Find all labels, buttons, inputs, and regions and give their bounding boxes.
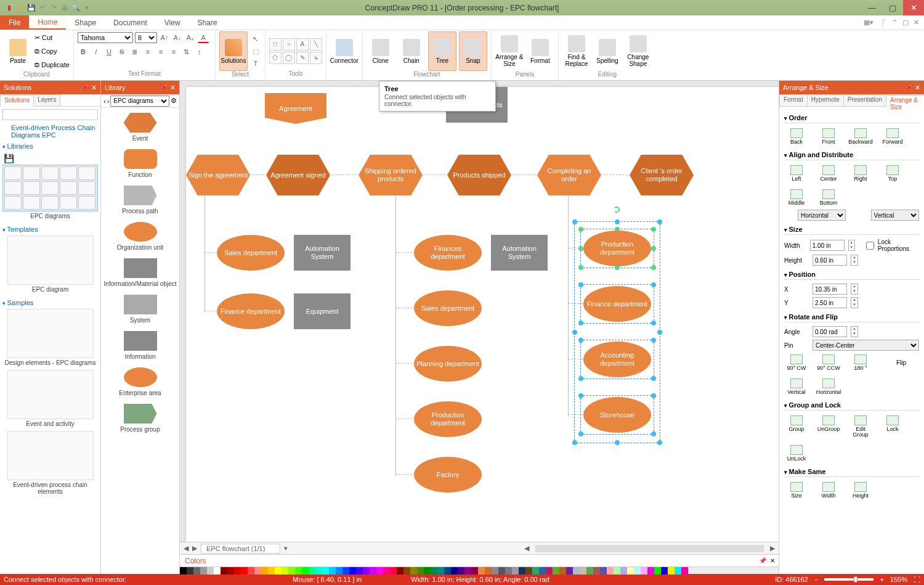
flip-horizontal-button[interactable]: Horizontal xyxy=(816,378,841,395)
node-finances[interactable]: Finances department xyxy=(414,235,482,271)
group-button[interactable]: Group xyxy=(784,415,809,438)
node-equipment[interactable]: Equipment xyxy=(294,293,351,329)
color-swatch[interactable] xyxy=(187,567,193,575)
color-swatch[interactable] xyxy=(539,567,546,575)
rotate-180-button[interactable]: 180 ° xyxy=(848,354,873,371)
grow-font-icon[interactable]: A↑ xyxy=(159,32,170,43)
color-swatch[interactable] xyxy=(580,567,586,575)
paste-button[interactable]: Paste xyxy=(4,31,32,71)
align-top-button[interactable]: Top xyxy=(880,165,905,182)
color-swatch[interactable] xyxy=(370,567,376,575)
solutions-button[interactable]: Solutions xyxy=(219,31,248,71)
lock-proportions-checkbox[interactable] xyxy=(866,242,874,250)
close-panel-icon[interactable]: ✕ xyxy=(170,84,176,92)
tab-layers[interactable]: Layers xyxy=(33,94,60,106)
edit-group-button[interactable]: Edit Group xyxy=(848,415,873,438)
tab-share[interactable]: Share xyxy=(189,15,226,30)
color-swatch[interactable] xyxy=(342,567,349,575)
color-swatch[interactable] xyxy=(620,567,627,575)
color-swatch[interactable] xyxy=(492,567,498,575)
node-auto2[interactable]: Automation System xyxy=(491,235,548,271)
color-swatch[interactable] xyxy=(559,567,566,575)
sample-thumb-3[interactable] xyxy=(7,431,94,480)
color-swatch[interactable] xyxy=(458,567,464,575)
lock-button[interactable]: Lock xyxy=(880,415,905,438)
drawing-canvas[interactable]: Agreement ordered products Sign the agre… xyxy=(180,81,779,542)
node-sign[interactable]: Sign the agreement xyxy=(186,155,250,195)
align-left-button[interactable]: Left xyxy=(784,165,809,182)
height-input[interactable] xyxy=(813,255,847,266)
color-swatch[interactable] xyxy=(403,567,410,575)
section-group[interactable]: Group and Lock xyxy=(784,398,919,411)
order-backward-button[interactable]: Backward xyxy=(848,128,873,145)
node-sel-storehouse[interactable]: Storehouse xyxy=(583,397,651,433)
color-swatch[interactable] xyxy=(221,567,227,575)
find-replace-button[interactable]: Find & Replace xyxy=(562,31,591,71)
angle-spinner[interactable]: ▲▼ xyxy=(851,326,858,337)
color-swatch[interactable] xyxy=(193,567,200,575)
color-swatch[interactable] xyxy=(302,567,309,575)
clear-format-icon[interactable]: Aₓ xyxy=(185,32,196,43)
qat-new-icon[interactable]: ▮ xyxy=(5,4,14,12)
solutions-search[interactable] xyxy=(2,109,98,120)
font-color-icon[interactable]: A xyxy=(198,32,209,43)
stencil-process-group[interactable]: Process group xyxy=(103,401,177,438)
section-samples[interactable]: Samples xyxy=(2,297,98,309)
file-tab[interactable]: File xyxy=(0,15,29,30)
bullets-icon[interactable]: ≣ xyxy=(129,46,140,57)
color-swatch[interactable] xyxy=(471,567,478,575)
make-width-button[interactable]: Width xyxy=(816,482,841,499)
stencil-information[interactable]: Information xyxy=(103,329,177,365)
color-swatch[interactable] xyxy=(329,567,336,575)
page-prev-icon[interactable]: ◀ xyxy=(184,544,188,552)
color-swatch[interactable] xyxy=(498,567,505,575)
fit-icon[interactable]: ⛶ xyxy=(914,576,920,583)
node-sel-accounting[interactable]: Accounting department xyxy=(583,342,651,377)
node-sel-production[interactable]: Production department xyxy=(583,231,651,266)
restore-window-icon[interactable]: ▢ xyxy=(902,18,909,27)
width-input[interactable] xyxy=(810,240,845,251)
node-completing[interactable]: Completing an order xyxy=(537,155,601,195)
chain-button[interactable]: Chain xyxy=(397,31,426,71)
color-swatch[interactable] xyxy=(600,567,607,575)
color-swatch[interactable] xyxy=(275,567,282,575)
make-size-button[interactable]: Size xyxy=(784,482,809,499)
node-sales1[interactable]: Sales department xyxy=(217,235,285,271)
color-swatch[interactable] xyxy=(593,567,600,575)
text-icon[interactable]: T xyxy=(250,58,261,69)
tab-format[interactable]: Format xyxy=(779,94,808,106)
duplicate-button[interactable]: ⧉Duplicate xyxy=(34,59,70,71)
section-templates[interactable]: Templates xyxy=(2,223,98,235)
node-agreement[interactable]: Agreement xyxy=(265,93,326,124)
align-center-button[interactable]: Center xyxy=(816,165,841,182)
stencil-system[interactable]: System xyxy=(103,292,177,329)
color-swatch[interactable] xyxy=(525,567,532,575)
spelling-button[interactable]: Spelling xyxy=(593,31,622,71)
color-swatch[interactable] xyxy=(241,567,248,575)
stencil-event[interactable]: Event xyxy=(103,110,177,147)
color-swatch[interactable] xyxy=(641,567,647,575)
tab-document[interactable]: Document xyxy=(105,15,156,30)
section-position[interactable]: Position xyxy=(784,267,919,280)
color-swatch[interactable] xyxy=(248,567,254,575)
stencil-enterprise-area[interactable]: Enterprise area xyxy=(103,365,177,401)
make-height-button[interactable]: Height xyxy=(848,482,873,499)
color-swatch[interactable] xyxy=(227,567,234,575)
save-library-icon[interactable]: 💾 xyxy=(2,152,98,165)
tree-epc[interactable]: Event-driven Process Chain Diagrams EPC xyxy=(2,123,98,140)
color-swatch[interactable] xyxy=(573,567,580,575)
color-swatch[interactable] xyxy=(261,567,268,575)
node-auto1[interactable]: Automation System xyxy=(294,235,351,271)
qat-save-icon[interactable]: 💾 xyxy=(27,4,36,12)
zoom-slider[interactable] xyxy=(824,578,873,581)
arrange-size-button[interactable]: Arrange & Size xyxy=(495,31,524,71)
qat-print-icon[interactable]: 🖶 xyxy=(60,4,69,12)
tab-solutions[interactable]: Solutions xyxy=(0,95,34,107)
unlock-button[interactable]: UnLock xyxy=(784,445,809,462)
color-swatch[interactable] xyxy=(586,567,593,575)
color-swatch[interactable] xyxy=(647,567,654,575)
color-swatch[interactable] xyxy=(309,567,315,575)
sample-thumb-1[interactable] xyxy=(7,309,94,358)
color-swatch[interactable] xyxy=(532,567,539,575)
pin-selector[interactable]: Center-Center xyxy=(813,340,919,351)
